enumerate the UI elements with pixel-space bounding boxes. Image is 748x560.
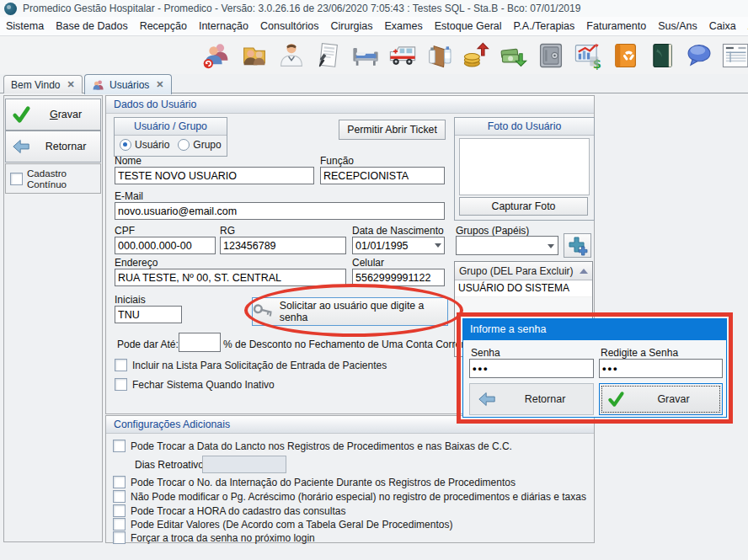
report-form-icon[interactable] [719, 40, 748, 71]
informe-senha-title: Informe a senha [463, 319, 726, 340]
finance-chart-icon[interactable]: $ [573, 40, 603, 71]
endereco-label: Endereço [115, 257, 158, 269]
money-down-icon[interactable] [499, 40, 529, 71]
menu-estoque-geral[interactable]: Estoque Geral [429, 20, 508, 32]
chat-icon[interactable] [684, 40, 714, 71]
config-checkbox-4[interactable] [113, 518, 126, 531]
senha-input[interactable] [469, 359, 594, 378]
doctor-icon[interactable] [276, 40, 307, 71]
desconto-prefix-label: Pode dar Até: [117, 339, 179, 350]
menu-exames[interactable]: Exames [379, 20, 429, 32]
retornar-label: Retornar [31, 141, 100, 152]
menu-pa-terapias[interactable]: P.A./Terapias [508, 20, 581, 32]
menu-administracao[interactable]: Administração [742, 20, 748, 32]
tab-bem-vindo[interactable]: Bem Vindo ✕ [3, 75, 83, 93]
capturar-foto-button[interactable]: Capturar Foto [459, 197, 588, 216]
prescription-icon[interactable] [313, 40, 344, 71]
foto-preview [459, 138, 590, 195]
dialog-retornar-button[interactable]: Retornar [469, 383, 594, 415]
celular-label: Celular [352, 257, 384, 269]
cadastro-continuo-label: Cadastro Contínuo [27, 168, 100, 189]
app-window: Promedico Gestão Hospitalar - Promedico … [0, 0, 748, 560]
config-checkbox-5[interactable] [113, 531, 126, 544]
configuracoes-panel: Configurações Adicionais Pode Trocar a D… [105, 415, 595, 543]
redigite-senha-input[interactable] [599, 359, 723, 378]
menu-caixa[interactable]: Caixa [703, 20, 742, 32]
menu-recepcao[interactable]: Recepção [134, 20, 193, 32]
menu-base-de-dados[interactable]: Base de Dados [50, 20, 133, 32]
dados-usuario-header: Dados do Usuário [106, 96, 594, 114]
iniciais-input[interactable] [115, 306, 182, 323]
cpf-label: CPF [115, 225, 135, 237]
menu-sus-ans[interactable]: Sus/Ans [652, 20, 703, 32]
menu-consultorios[interactable]: Consultórios [254, 20, 324, 32]
money-up-icon[interactable] [462, 40, 492, 71]
incluir-lista-checkbox[interactable] [115, 359, 127, 371]
rg-input[interactable] [220, 237, 346, 254]
window-title: Promedico Gestão Hospitalar - Promedico … [23, 3, 580, 14]
patients-folder-icon[interactable] [239, 40, 270, 71]
nome-input[interactable] [115, 167, 314, 184]
celular-input[interactable] [352, 269, 445, 286]
config-checkbox-0[interactable] [113, 440, 126, 452]
nascimento-label: Data de Nascimento [352, 225, 444, 237]
usuario-grupo-header: Usuário / Grupo [115, 118, 227, 136]
hospital-bed-icon[interactable] [350, 40, 381, 71]
check-icon [11, 105, 31, 124]
menu-faturamento[interactable]: Faturamento [580, 20, 652, 32]
informe-senha-dialog: Informe a senha Senha Redigite a Senha R… [462, 318, 727, 418]
tab-bem-vindo-label: Bem Vindo [11, 79, 60, 91]
funcao-input[interactable] [320, 167, 445, 184]
grupos-papeis-label: Grupos (Papéis) [456, 225, 529, 237]
tab-close-icon[interactable]: ✕ [67, 79, 74, 90]
foto-usuario-group: Foto do Usuário Capturar Foto [454, 117, 595, 221]
dialog-gravar-button[interactable]: Gravar [599, 383, 723, 415]
gravar-button[interactable]: Gravar [5, 99, 101, 131]
tab-usuarios[interactable]: Usuários ✕ [84, 74, 172, 94]
nome-label: Nome [115, 155, 142, 167]
endereco-input[interactable] [115, 269, 346, 286]
gravar-label: Gravar [31, 109, 100, 120]
menu-sistema[interactable]: Sistema [0, 20, 50, 32]
key-icon [253, 303, 274, 320]
pharmacy-supplies-icon[interactable] [425, 40, 455, 71]
nascimento-combo[interactable] [352, 237, 445, 254]
arrow-left-icon [477, 391, 497, 408]
radio-grupo[interactable] [178, 139, 190, 151]
grupos-dropdown-icon[interactable] [548, 244, 554, 248]
check-icon [606, 391, 625, 408]
grupo-list-empty-row [455, 297, 592, 314]
fechar-sistema-checkbox[interactable] [115, 378, 127, 391]
tab-close-icon[interactable]: ✕ [156, 79, 163, 90]
phone-book-icon[interactable] [610, 40, 640, 71]
grupo-list-header[interactable]: Grupo (DEL Para Excluir) [455, 262, 592, 280]
permitir-abrir-ticket-button[interactable]: Permitir Abrir Ticket [339, 120, 446, 140]
retornar-button[interactable]: Retornar [5, 131, 101, 163]
tab-usuarios-label: Usuários [110, 79, 149, 91]
add-grupo-button[interactable] [564, 233, 591, 258]
radio-usuario[interactable] [120, 139, 131, 151]
config-checkbox-3[interactable] [113, 504, 126, 517]
safe-icon[interactable] [536, 40, 566, 71]
menu-internacao[interactable]: Internação [193, 20, 254, 32]
users-sync-icon[interactable] [202, 40, 232, 71]
config-checkbox-1[interactable] [113, 476, 126, 488]
menu-cirurgias[interactable]: Cirurgias [325, 20, 379, 32]
cadastro-continuo-checkbox[interactable] [10, 173, 23, 185]
email-input[interactable] [115, 202, 445, 220]
desconto-input[interactable] [179, 333, 221, 352]
redigite-senha-label: Redigite a Senha [601, 347, 678, 359]
foto-usuario-header: Foto do Usuário [455, 118, 594, 136]
cadastro-continuo-box: Cadastro Contínuo [5, 163, 101, 194]
radio-usuario-label: Usuário [135, 139, 169, 151]
solicitar-senha-button[interactable]: Solicitar ao usuário que digite a senha [252, 297, 448, 326]
nascimento-dropdown-icon[interactable] [435, 243, 441, 248]
cpf-input[interactable] [115, 237, 216, 254]
ledger-book-icon[interactable] [647, 40, 677, 71]
grupo-list-row[interactable]: USUÁRIO DO SISTEMA [455, 280, 592, 297]
grupos-papeis-combo[interactable] [456, 236, 558, 255]
ambulance-icon[interactable] [387, 40, 418, 71]
config-checkbox-2[interactable] [113, 490, 126, 503]
config-row: Forçar a troca da senha no próximo login [113, 531, 315, 544]
config-row: Pode Trocar a Data do Lancto nos Registr… [113, 440, 512, 452]
